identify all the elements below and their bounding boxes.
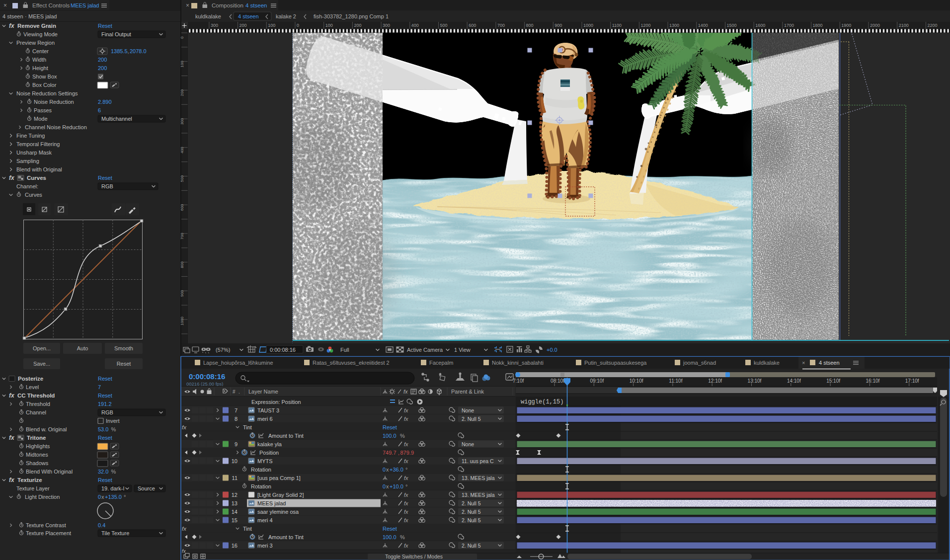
svg-text:kuldkalake: kuldkalake	[754, 360, 780, 366]
svg-text:Nokk_kinni_sabalahti: Nokk_kinni_sabalahti	[492, 360, 544, 366]
svg-text:08:10f: 08:10f	[551, 378, 564, 384]
svg-text:.: .	[238, 389, 240, 395]
svg-text:fx: fx	[404, 407, 408, 413]
svg-text:+36.0: +36.0	[390, 467, 403, 473]
svg-text:9: 9	[235, 441, 238, 447]
svg-text:Facepalm: Facepalm	[429, 360, 453, 366]
svg-text:13. MEES jala: 13. MEES jala	[462, 475, 495, 481]
svg-text:2. Null 5: 2. Null 5	[462, 543, 481, 549]
svg-text:Putin_suitsupaasukesega: Putin_suitsupaasukesega	[584, 360, 647, 366]
svg-text:Layer Name: Layer Name	[248, 389, 278, 395]
svg-text:16: 16	[232, 543, 238, 549]
svg-text:fx: fx	[182, 424, 187, 430]
svg-text:11: 11	[232, 475, 238, 481]
svg-text:15: 15	[232, 517, 238, 523]
svg-text:100.0: 100.0	[383, 534, 396, 540]
svg-text:2. Null 5: 2. Null 5	[462, 416, 481, 422]
svg-text:2. Null 5: 2. Null 5	[462, 517, 481, 523]
svg-text:Expression: Position: Expression: Position	[251, 399, 301, 405]
svg-text:TAUST 3: TAUST 3	[257, 407, 279, 413]
svg-text:fx: fx	[404, 458, 408, 464]
svg-text:Rotation: Rotation	[251, 483, 271, 489]
svg-text:15:10f: 15:10f	[826, 378, 840, 384]
svg-text:fx: fx	[404, 517, 408, 523]
svg-text:14: 14	[232, 509, 238, 515]
svg-text:+10.0: +10.0	[390, 483, 403, 489]
svg-text:×: ×	[802, 360, 805, 366]
svg-text:[uus pea Comp 1]: [uus pea Comp 1]	[257, 475, 301, 481]
svg-text:saar ylemine osa: saar ylemine osa	[257, 509, 299, 515]
svg-text:2. Null 5: 2. Null 5	[462, 509, 481, 515]
svg-text:7:10f: 7:10f	[513, 378, 524, 384]
svg-text:fx: fx	[404, 543, 408, 549]
svg-text:0: 0	[383, 483, 386, 489]
svg-text:meri 3: meri 3	[257, 543, 273, 549]
svg-text:12: 12	[232, 492, 238, 498]
svg-text:12:10f: 12:10f	[708, 378, 722, 384]
svg-text:Rotation: Rotation	[251, 467, 271, 473]
svg-text:MEES jalad: MEES jalad	[257, 500, 286, 506]
svg-text:10: 10	[232, 458, 238, 464]
svg-text:fx: fx	[404, 475, 408, 481]
svg-text:749.7: 749.7	[383, 450, 396, 456]
svg-text:Parent & Link: Parent & Link	[451, 389, 484, 395]
svg-text:Tint: Tint	[243, 526, 252, 532]
svg-text:°: °	[405, 483, 407, 489]
svg-text:10:10f: 10:10f	[630, 378, 643, 384]
svg-text:11:10f: 11:10f	[669, 378, 682, 384]
svg-text:13: 13	[232, 500, 238, 506]
svg-text:879.9: 879.9	[400, 450, 414, 456]
svg-text:fx: fx	[404, 500, 408, 506]
svg-text:4 stseen: 4 stseen	[819, 360, 840, 366]
svg-text:meri 6: meri 6	[257, 416, 273, 422]
svg-text:0:00:08:16: 0:00:08:16	[189, 372, 225, 381]
svg-text:Position: Position	[259, 450, 279, 456]
svg-text:14:10f: 14:10f	[787, 378, 801, 384]
svg-text:7: 7	[235, 407, 238, 413]
svg-text:Tint: Tint	[243, 424, 252, 430]
svg-text:8: 8	[235, 416, 238, 422]
svg-text:wiggle(1,15): wiggle(1,15)	[521, 399, 563, 405]
svg-text:fx: fx	[403, 389, 408, 395]
svg-text:fx: fx	[404, 441, 408, 447]
svg-text:%: %	[400, 433, 405, 439]
svg-text:fx: fx	[404, 416, 408, 422]
svg-text:[Light Gray Solid 2]: [Light Gray Solid 2]	[257, 492, 304, 498]
svg-text:2. Null 5: 2. Null 5	[462, 500, 481, 506]
svg-text:x: x	[386, 467, 389, 473]
svg-text:13:10f: 13:10f	[748, 378, 762, 384]
svg-text:fx: fx	[404, 509, 408, 515]
svg-text:#: #	[233, 389, 236, 395]
svg-text:16:10f: 16:10f	[866, 378, 879, 384]
svg-text:MYTS: MYTS	[257, 458, 273, 464]
svg-text:Reset: Reset	[383, 526, 397, 532]
svg-text:Ratas_s6ltuvuses_ekreiitidest: Ratas_s6ltuvuses_ekreiitidest 2	[313, 360, 390, 366]
svg-text:09:10f: 09:10f	[590, 378, 604, 384]
svg-text:Reset: Reset	[383, 424, 397, 430]
svg-text:,: ,	[398, 450, 399, 456]
svg-text:x: x	[386, 483, 389, 489]
svg-text:jooma_s6nad: jooma_s6nad	[683, 360, 716, 366]
svg-text:100.0: 100.0	[383, 433, 396, 439]
svg-text:kalake yla: kalake yla	[257, 441, 282, 447]
svg-text:00216 (25.00 fps): 00216 (25.00 fps)	[186, 381, 223, 387]
svg-text:Lapse_hoiupõrsa_l6hkumine: Lapse_hoiupõrsa_l6hkumine	[203, 360, 273, 366]
svg-text:17:10f: 17:10f	[905, 378, 919, 384]
svg-text:Toggle Switches / Modes: Toggle Switches / Modes	[385, 554, 443, 560]
svg-text:Amount to Tint: Amount to Tint	[268, 433, 304, 439]
svg-text:meri 4: meri 4	[257, 517, 273, 523]
svg-text:None: None	[462, 407, 474, 413]
svg-text:fx: fx	[182, 526, 187, 532]
svg-text:Amount to Tint: Amount to Tint	[268, 534, 304, 540]
svg-text:°: °	[405, 467, 407, 473]
svg-text:13. MEES jala: 13. MEES jala	[462, 492, 495, 498]
svg-text:%: %	[400, 534, 405, 540]
svg-text:None: None	[462, 441, 474, 447]
svg-text:11. uus pea C: 11. uus pea C	[462, 458, 494, 464]
svg-text:0: 0	[383, 467, 386, 473]
svg-text:fx: fx	[404, 492, 408, 498]
